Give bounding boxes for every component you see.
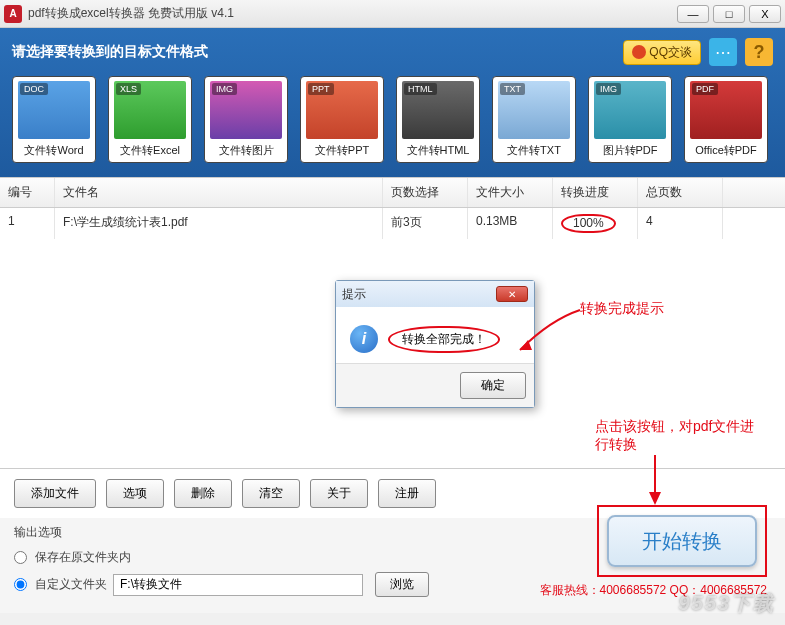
progress-cell: 100% <box>553 208 638 239</box>
browse-button[interactable]: 浏览 <box>375 572 429 597</box>
col-progress: 转换进度 <box>553 178 638 207</box>
watermark: 9553下载 <box>679 590 776 617</box>
qq-chat-button[interactable]: QQ交谈 <box>623 40 701 65</box>
title-bar: A pdf转换成excel转换器 免费试用版 v4.1 — □ X <box>0 0 785 28</box>
dialog-message: 转换全部完成！ <box>388 326 500 353</box>
info-icon: i <box>350 325 378 353</box>
maximize-button[interactable]: □ <box>713 5 745 23</box>
output-path-input[interactable] <box>113 574 363 596</box>
dialog-ok-button[interactable]: 确定 <box>460 372 526 399</box>
about-button[interactable]: 关于 <box>310 479 368 508</box>
radio-same-folder[interactable] <box>14 551 27 564</box>
radio-custom-label: 自定义文件夹 <box>35 576 107 593</box>
header: 请选择要转换到的目标文件格式 QQ交谈 ⋯ ? DOC文件转Word XLS文件… <box>0 28 785 177</box>
chat-icon: ⋯ <box>715 43 731 62</box>
dialog-titlebar: 提示 ✕ <box>336 281 534 307</box>
radio-same-label: 保存在原文件夹内 <box>35 549 131 566</box>
dialog-close-button[interactable]: ✕ <box>496 286 528 302</box>
minimize-button[interactable]: — <box>677 5 709 23</box>
col-pages: 页数选择 <box>383 178 468 207</box>
register-button[interactable]: 注册 <box>378 479 436 508</box>
delete-button[interactable]: 删除 <box>174 479 232 508</box>
col-total: 总页数 <box>638 178 723 207</box>
format-txt[interactable]: TXT文件转TXT <box>492 76 576 163</box>
col-num: 编号 <box>0 178 55 207</box>
options-button[interactable]: 选项 <box>106 479 164 508</box>
window-title: pdf转换成excel转换器 免费试用版 v4.1 <box>28 5 677 22</box>
start-highlight-frame <box>597 505 767 577</box>
dialog-title: 提示 <box>342 286 496 303</box>
app-icon: A <box>4 5 22 23</box>
clear-button[interactable]: 清空 <box>242 479 300 508</box>
annotation-complete: 转换完成提示 <box>580 300 664 318</box>
table-row[interactable]: 1 F:\学生成绩统计表1.pdf 前3页 0.13MB 100% 4 <box>0 208 785 239</box>
format-word[interactable]: DOC文件转Word <box>12 76 96 163</box>
message-dialog: 提示 ✕ i 转换全部完成！ 确定 <box>335 280 535 408</box>
format-office2pdf[interactable]: PDFOffice转PDF <box>684 76 768 163</box>
radio-custom-folder[interactable] <box>14 578 27 591</box>
format-img2pdf[interactable]: IMG图片转PDF <box>588 76 672 163</box>
add-file-button[interactable]: 添加文件 <box>14 479 96 508</box>
format-html[interactable]: HTML文件转HTML <box>396 76 480 163</box>
help-button[interactable]: ? <box>745 38 773 66</box>
annotation-click: 点击该按钮，对pdf文件进行转换 <box>595 418 765 454</box>
format-image[interactable]: IMG文件转图片 <box>204 76 288 163</box>
col-size: 文件大小 <box>468 178 553 207</box>
close-button[interactable]: X <box>749 5 781 23</box>
chat-button[interactable]: ⋯ <box>709 38 737 66</box>
qq-label: QQ交谈 <box>649 44 692 61</box>
format-excel[interactable]: XLS文件转Excel <box>108 76 192 163</box>
header-title: 请选择要转换到的目标文件格式 <box>12 43 623 61</box>
table-header: 编号 文件名 页数选择 文件大小 转换进度 总页数 <box>0 178 785 208</box>
format-ppt[interactable]: PPT文件转PPT <box>300 76 384 163</box>
qq-icon <box>632 45 646 59</box>
col-name: 文件名 <box>55 178 383 207</box>
format-grid: DOC文件转Word XLS文件转Excel IMG文件转图片 PPT文件转PP… <box>12 76 773 163</box>
